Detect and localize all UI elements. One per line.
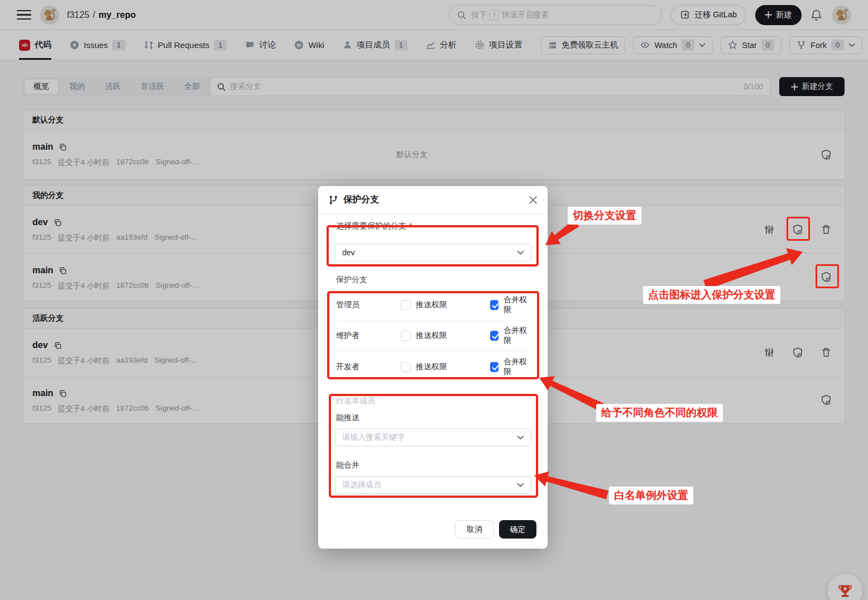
- merge-permission-checkbox[interactable]: 合并权限: [490, 326, 530, 346]
- close-icon[interactable]: [527, 194, 539, 206]
- confirm-button[interactable]: 确定: [499, 520, 536, 539]
- push-permission-checkbox[interactable]: 推送权限: [401, 300, 447, 310]
- checkbox[interactable]: [490, 300, 498, 310]
- role-row-maintainer: 维护者 推送权限 合并权限: [336, 321, 530, 351]
- role-row-developer: 开发者 推送权限 合并权限: [336, 351, 530, 382]
- branch-icon: [328, 195, 338, 205]
- checkbox[interactable]: [401, 331, 411, 341]
- checkbox[interactable]: [401, 300, 411, 310]
- whitelist-title: 白名单成员: [336, 396, 375, 406]
- checkbox[interactable]: [490, 331, 498, 341]
- cancel-button[interactable]: 取消: [455, 520, 494, 539]
- push-permission-checkbox[interactable]: 推送权限: [401, 331, 447, 341]
- required-mark: *: [409, 221, 412, 230]
- whitelist-push-label: 能推送: [336, 413, 359, 423]
- whitelist-push-select[interactable]: 请输入搜索关键字: [335, 428, 531, 446]
- protect-branch-modal: 保护分支 选择需要保护的分支* dev 保护分支 管理员 推送权限 合并权限 维…: [318, 186, 548, 549]
- role-row-admin: 管理员 推送权限 合并权限: [336, 290, 530, 321]
- whitelist-merge-select[interactable]: 请选择成员: [335, 476, 531, 494]
- chevron-down-icon: [517, 250, 524, 255]
- whitelist-merge-label: 能合并: [336, 460, 359, 470]
- checkbox[interactable]: [490, 362, 498, 372]
- modal-title: 保护分支: [343, 194, 379, 206]
- branch-select[interactable]: dev: [335, 244, 531, 261]
- protect-section-label: 保护分支: [336, 275, 367, 285]
- checkbox[interactable]: [401, 362, 411, 372]
- chevron-down-icon: [517, 483, 524, 488]
- chevron-down-icon: [517, 435, 524, 440]
- push-permission-checkbox[interactable]: 推送权限: [401, 362, 447, 372]
- modal-header: 保护分支: [318, 186, 548, 214]
- branch-select-label: 选择需要保护的分支*: [336, 221, 412, 231]
- merge-permission-checkbox[interactable]: 合并权限: [490, 357, 530, 377]
- merge-permission-checkbox[interactable]: 合并权限: [490, 295, 530, 315]
